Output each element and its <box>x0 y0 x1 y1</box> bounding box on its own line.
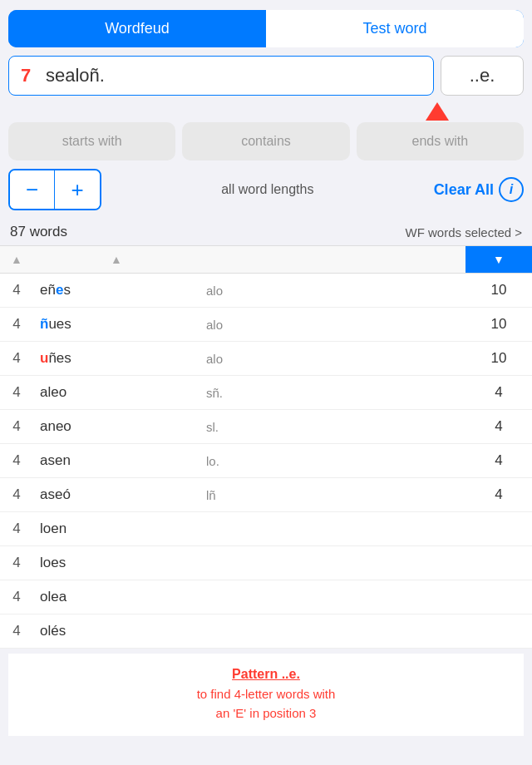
cell-tiles: lo. <box>200 446 466 476</box>
cell-word: asen <box>33 444 200 477</box>
length-minus-button[interactable]: − <box>10 170 55 209</box>
cell-tiles: alo <box>200 275 466 306</box>
cell-len: 4 <box>0 410 33 443</box>
cell-word: loen <box>33 512 200 545</box>
cell-word: aneo <box>33 410 200 443</box>
cell-word: olés <box>33 614 200 648</box>
cell-tiles: alo <box>200 343 466 374</box>
contains-button[interactable]: contains <box>182 122 349 160</box>
sort-word-icon: ▲ <box>111 253 122 266</box>
cell-score: 4 <box>466 376 532 409</box>
cell-score <box>466 555 532 571</box>
cell-tiles: sñ. <box>200 378 466 408</box>
sort-len-icon: ▲ <box>11 253 22 266</box>
cell-len: 4 <box>0 376 33 409</box>
tab-wordfeud[interactable]: Wordfeud <box>8 10 266 47</box>
cell-len: 4 <box>0 512 33 545</box>
table-row[interactable]: 4 loen <box>0 512 532 546</box>
arrow-container <box>0 102 485 121</box>
table-row[interactable]: 4 uñes alo 10 <box>0 342 532 376</box>
cell-word: uñes <box>33 342 200 375</box>
up-arrow-icon <box>426 102 449 121</box>
cell-tiles: lñ <box>200 480 466 511</box>
cell-score: 4 <box>466 478 532 511</box>
table-row[interactable]: 4 asen lo. 4 <box>0 444 532 478</box>
cell-word: olea <box>33 580 200 614</box>
cell-tiles: sl. <box>200 412 466 442</box>
tab-bar: Wordfeud Test word <box>8 10 524 47</box>
table-row[interactable]: 4 eñes alo 10 <box>0 274 532 308</box>
results-count: 87 words <box>10 224 67 240</box>
cell-len: 4 <box>0 546 33 580</box>
sort-score-icon: ▼ <box>493 253 505 266</box>
search-pattern[interactable]: ..e. <box>441 56 524 96</box>
table-row[interactable]: 4 olea <box>0 580 532 614</box>
cell-len: 4 <box>0 274 33 307</box>
cell-word: aseó <box>33 478 200 511</box>
cell-len: 4 <box>0 478 33 511</box>
search-main-input[interactable]: 7 sealoñ. <box>8 56 434 96</box>
clear-all-button[interactable]: Clear All <box>434 181 494 199</box>
cell-tiles: alo <box>200 309 466 340</box>
cell-len: 4 <box>0 444 33 477</box>
cell-word: eñes <box>33 274 200 307</box>
cell-len: 4 <box>0 614 33 648</box>
table-row[interactable]: 4 ñues alo 10 <box>0 308 532 342</box>
starts-with-button[interactable]: starts with <box>8 122 175 160</box>
cell-score: 4 <box>466 410 532 443</box>
results-filter[interactable]: WF words selected > <box>406 225 522 239</box>
cell-score: 10 <box>466 274 532 307</box>
cell-tiles <box>200 521 466 537</box>
tab-testword[interactable]: Test word <box>266 10 524 47</box>
table-row[interactable]: 4 aneo sl. 4 <box>0 410 532 444</box>
col-word-header[interactable]: ▲ <box>33 246 200 273</box>
cell-tiles <box>200 623 466 639</box>
col-len-header[interactable]: ▲ <box>0 246 33 273</box>
table-row[interactable]: 4 olés <box>0 614 532 649</box>
table-row[interactable]: 4 loes <box>0 546 532 580</box>
results-header: 87 words WF words selected > <box>0 219 532 245</box>
cell-len: 4 <box>0 580 33 614</box>
cell-score: 10 <box>466 308 532 341</box>
cell-score: 4 <box>466 444 532 477</box>
tooltip-title: Pattern ..e. <box>25 667 507 682</box>
cell-len: 4 <box>0 342 33 375</box>
length-controls: − + <box>8 169 101 210</box>
filter-row: starts with contains ends with <box>8 122 524 160</box>
tile-count: 7 <box>21 65 37 86</box>
ends-with-button[interactable]: ends with <box>357 122 524 160</box>
cell-tiles <box>200 555 466 571</box>
table-row[interactable]: 4 aseó lñ 4 <box>0 478 532 512</box>
length-row: − + all word lengths Clear All i <box>8 169 524 210</box>
cell-len: 4 <box>0 308 33 341</box>
cell-tiles <box>200 589 466 605</box>
search-letters: sealoñ. <box>46 65 421 86</box>
table-row[interactable]: 4 aleo sñ. 4 <box>0 376 532 410</box>
tooltip-text: to find 4-letter words withan 'E' in pos… <box>25 685 507 723</box>
cell-score <box>466 623 532 639</box>
column-headers: ▲ ▲ ▼ <box>0 245 532 274</box>
cell-score <box>466 589 532 605</box>
cell-score <box>466 521 532 537</box>
cell-word: aleo <box>33 376 200 409</box>
word-list: 4 eñes alo 10 4 ñues alo 10 4 uñes alo 1… <box>0 274 532 649</box>
length-plus-button[interactable]: + <box>55 170 100 209</box>
length-label: all word lengths <box>106 182 429 197</box>
cell-score: 10 <box>466 342 532 375</box>
tooltip-box: Pattern ..e. to find 4-letter words with… <box>8 654 524 736</box>
col-score-header[interactable]: ▼ <box>466 246 532 273</box>
cell-word: loes <box>33 546 200 580</box>
info-button[interactable]: i <box>499 177 524 202</box>
col-tiles-header <box>200 246 466 273</box>
search-row: 7 sealoñ. ..e. <box>8 56 524 96</box>
cell-word: ñues <box>33 308 200 341</box>
